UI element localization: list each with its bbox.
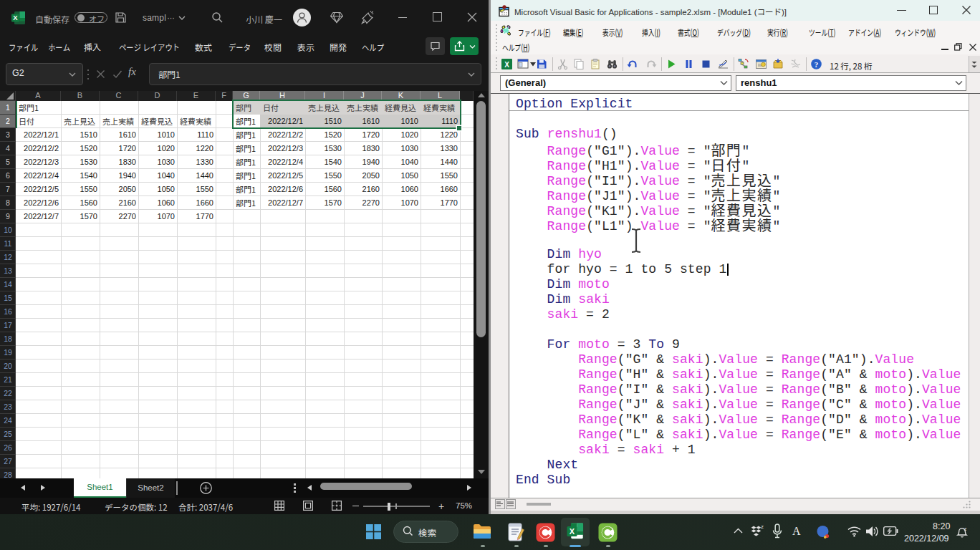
svg-text:z: z (761, 524, 764, 530)
svg-text:?: ? (815, 60, 819, 69)
svg-text:X: X (570, 527, 575, 536)
svg-text:X: X (504, 61, 509, 69)
svg-text:z: z (964, 526, 966, 531)
svg-text:X: X (13, 14, 18, 21)
